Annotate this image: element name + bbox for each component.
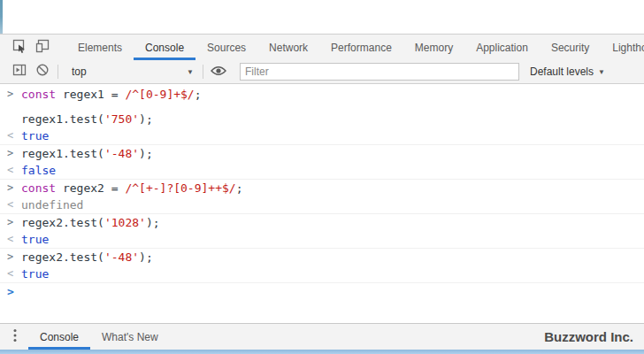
code-token: regex1.test( [21,112,104,126]
tab-console[interactable]: Console [134,35,196,60]
inspect-cursor-icon [12,39,27,57]
prompt-chevron-icon: > [7,283,14,300]
kebab-menu-icon [13,328,17,346]
chevron-down-icon: ▼ [187,68,194,76]
console-row: <true [0,266,644,283]
clear-console-button[interactable] [31,60,54,83]
console-row: <true [0,231,644,249]
console-row: >regex2.test('1028'); [0,214,644,231]
console-output: >const regex1 = /^[0-9]+$/;regex1.test('… [0,84,644,323]
code-token: ); [146,216,160,229]
code-token: ); [139,250,153,264]
prompt-chevron-icon: > [7,145,13,162]
console-row: regex1.test('750'); [0,111,644,127]
toolbar-separator [58,65,58,79]
device-toolbar-icon [35,39,50,57]
console-row: <false [0,162,644,180]
console-toolbar-icons [0,60,54,83]
console-row: >const regex1 = /^[0-9]+$/; [0,86,644,103]
prompt-chevron-icon: > [7,249,13,266]
tab-lighthouse[interactable]: Lighthouse [601,35,644,60]
code-token: /^[0-9]+$/ [125,88,194,101]
tab-console[interactable]: Console [28,324,90,350]
devtools-tab-bar: ElementsConsoleSourcesNetworkPerformance… [0,34,644,61]
devtools-window: ElementsConsoleSourcesNetworkPerformance… [0,0,644,354]
console-row: <undefined [0,196,644,214]
console-toolbar: top ▼ Default levels ▼ [0,60,644,84]
code-token: undefined [21,198,83,212]
console-prompt-row[interactable]: > [0,283,644,300]
code-token: regex2.test( [21,216,104,229]
console-row: >const regex2 = /^[+-]?[0-9]++$/; [0,180,644,196]
prompt-chevron-icon: > [7,180,13,196]
prompt-chevron-icon: > [7,214,13,231]
code-token: const [21,181,56,195]
tab-application[interactable]: Application [464,35,540,60]
tab-performance[interactable]: Performance [319,35,403,60]
code-token: regex1.test( [21,147,104,160]
chevron-down-icon: ▼ [598,68,605,76]
code-token: true [21,233,49,246]
page-content-above-devtools [0,0,644,34]
console-row-spacer [0,103,644,111]
console-sidebar-toggle-button[interactable] [8,60,31,83]
code-token: false [21,164,56,177]
code-token: ; [236,181,243,195]
code-token: ; [195,88,202,101]
tab-sources[interactable]: Sources [196,35,257,60]
page-edge-stripe [0,0,3,34]
code-token: true [21,267,49,281]
log-levels-dropdown[interactable]: Default levels ▼ [530,65,605,78]
result-arrow-icon: < [7,196,13,213]
device-toolbar-button[interactable] [31,36,54,59]
result-arrow-icon: < [7,231,13,248]
toolbar-separator [203,65,203,79]
context-selector-label: top [72,65,87,78]
javascript-context-selector[interactable]: top ▼ [66,62,199,81]
code-token: regex2.test( [21,250,104,264]
devtools-toolbar-icons [0,36,54,59]
watermark-text: Buzzword Inc. [544,329,644,344]
console-row: >regex2.test('-48'); [0,249,644,266]
console-row: <true [0,127,644,145]
code-token: const [21,88,56,101]
code-token: '-48' [104,147,139,160]
code-token: '-48' [104,250,139,264]
code-token: true [21,129,49,142]
result-arrow-icon: < [7,266,13,282]
clear-console-icon [35,63,50,81]
tab-what-s-new[interactable]: What's New [90,324,170,350]
console-sidebar-icon [12,63,27,81]
code-token: /^[+-]?[0-9]++$/ [125,181,235,195]
console-filter-input[interactable] [240,63,519,81]
code-token: regex1 = [56,88,125,101]
result-arrow-icon: < [7,162,13,179]
tab-security[interactable]: Security [540,35,601,60]
code-token: ); [139,147,153,160]
code-token: '1028' [104,216,146,229]
code-token: regex2 = [56,181,125,195]
console-row: >regex1.test('-48'); [0,145,644,162]
result-arrow-icon: < [7,127,13,144]
live-expression-button[interactable] [207,60,230,83]
log-levels-label: Default levels [530,65,594,78]
inspect-element-button[interactable] [8,36,31,59]
tab-memory[interactable]: Memory [403,35,464,60]
prompt-chevron-icon: > [7,86,13,103]
code-token: '750' [104,112,139,126]
drawer-bar: ConsoleWhat's New Buzzword Inc. [0,323,644,350]
eye-icon [211,64,226,80]
tab-elements[interactable]: Elements [66,35,134,60]
tab-network[interactable]: Network [257,35,319,60]
drawer-menu-button[interactable] [7,326,23,349]
window-bottom-edge [0,350,644,354]
drawer-tab-strip: ConsoleWhat's New [28,324,170,350]
code-token: ); [139,112,153,126]
devtools-tab-strip: ElementsConsoleSourcesNetworkPerformance… [66,35,644,60]
